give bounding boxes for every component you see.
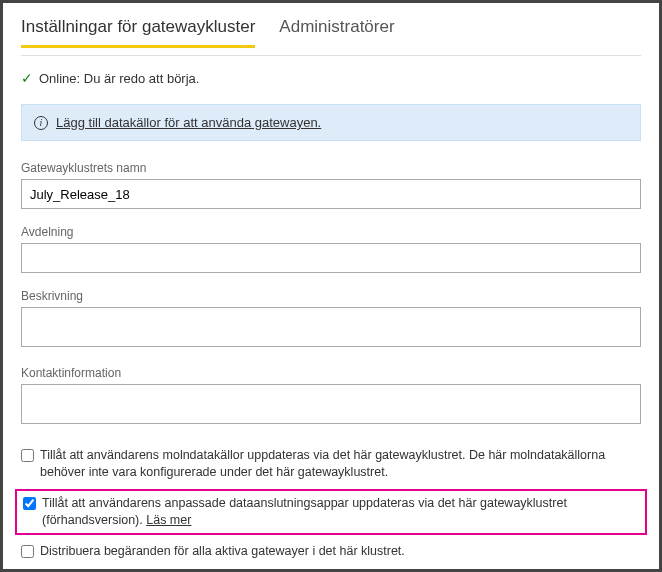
field-description: Beskrivning (21, 289, 641, 350)
info-icon: i (34, 116, 48, 130)
status-row: ✓ Online: Du är redo att börja. (21, 70, 641, 86)
divider (21, 55, 641, 56)
department-label: Avdelning (21, 225, 641, 239)
tab-bar: Inställningar för gatewaykluster Adminis… (21, 11, 641, 49)
checkbox-cloud-label: Tillåt att användarens molndatakällor up… (40, 447, 641, 481)
description-label: Beskrivning (21, 289, 641, 303)
field-contact: Kontaktinformation (21, 366, 641, 427)
checkbox-distribute-label: Distribuera begäranden för alla aktiva g… (40, 543, 405, 560)
field-department: Avdelning (21, 225, 641, 273)
info-banner: i Lägg till datakällor för att använda g… (21, 104, 641, 141)
tab-admins[interactable]: Administratörer (279, 11, 394, 48)
checkbox-custom-label: Tillåt att användarens anpassade dataans… (42, 495, 639, 529)
department-input[interactable] (21, 243, 641, 273)
status-text: Online: Du är redo att börja. (39, 71, 199, 86)
description-input[interactable] (21, 307, 641, 347)
field-cluster-name: Gatewayklustrets namn (21, 161, 641, 209)
checkbox-custom-text: Tillåt att användarens anpassade dataans… (42, 496, 567, 527)
checkbox-cloud-row: Tillåt att användarens molndatakällor up… (21, 443, 641, 485)
cluster-name-input[interactable] (21, 179, 641, 209)
check-icon: ✓ (21, 70, 33, 86)
checkbox-distribute[interactable] (21, 545, 34, 558)
learn-more-link[interactable]: Läs mer (146, 513, 191, 527)
contact-label: Kontaktinformation (21, 366, 641, 380)
contact-input[interactable] (21, 384, 641, 424)
cluster-name-label: Gatewayklustrets namn (21, 161, 641, 175)
add-datasources-link[interactable]: Lägg till datakällor för att använda gat… (56, 115, 321, 130)
checkbox-cloud[interactable] (21, 449, 34, 462)
checkbox-distribute-row: Distribuera begäranden för alla aktiva g… (21, 539, 641, 564)
checkbox-custom-row: Tillåt att användarens anpassade dataans… (15, 489, 647, 535)
checkbox-custom[interactable] (23, 497, 36, 510)
tab-settings[interactable]: Inställningar för gatewaykluster (21, 11, 255, 48)
